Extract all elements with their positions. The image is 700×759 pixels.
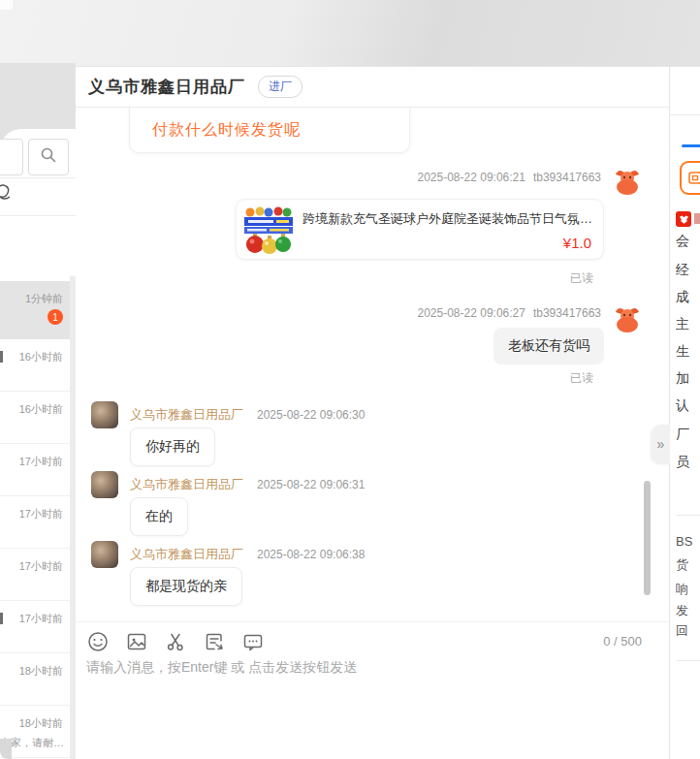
seller-name: 义乌市雅鑫日用品厂 (130, 406, 243, 424)
message-time: 2025-08-22 09:06:27 (417, 306, 525, 320)
product-title: 跨境新款充气圣诞球户外庭院圣诞装饰品节日气氛挂件... (302, 210, 593, 228)
partial-message-text: 付款什么时候发货呢 (152, 120, 301, 141)
chat-panel: 义乌市雅鑫日用品厂 进厂 付款什么时候发货呢 2025-08-22 09:06:… (76, 66, 669, 759)
info-line: 员 (676, 454, 700, 471)
seller-name: 义乌市雅鑫日用品厂 (130, 476, 243, 493)
stat-line: 货 (676, 556, 700, 574)
message-user-id: tb393417663 (533, 171, 601, 184)
chat-list-item[interactable]: 17小时前 (0, 444, 70, 496)
screen: 1分钟前 1 16小时前 16小时前 17小时前 17小时前 17小时前 17小… (0, 0, 700, 759)
message-bubble[interactable]: 你好再的 (130, 427, 215, 466)
message-meta: 2025-08-22 09:06:27tb393417663 (417, 306, 601, 320)
chat-header: 义乌市雅鑫日用品厂 进厂 (76, 67, 669, 108)
info-line: 会 (676, 233, 700, 250)
partial-message-card[interactable]: 付款什么时候发货呢 (129, 108, 410, 153)
product-thumbnail (244, 206, 293, 254)
info-line: 厂 (676, 427, 700, 444)
message-time: 2025-08-22 09:06:21 (417, 171, 525, 184)
stat-line: 发 (676, 602, 700, 619)
search-icon (40, 146, 57, 168)
chat-list-item[interactable]: 1分钟前 1 (0, 281, 70, 339)
message-input[interactable] (86, 655, 649, 679)
chat-item-time: 18小时前 (19, 716, 63, 731)
supplier-logo-icon (676, 211, 691, 227)
message-meta: 义乌市雅鑫日用品厂 2025-08-22 09:06:30 (130, 406, 365, 424)
chat-scrollbar[interactable] (644, 481, 651, 595)
info-line: 经 (676, 262, 700, 279)
chat-list-item[interactable]: 17小时前 (0, 601, 70, 653)
message-time: 2025-08-22 09:06:30 (257, 408, 365, 422)
chat-item-time: 17小时前 (19, 507, 63, 522)
message-meta: 2025-08-22 09:06:21tb393417663 (417, 171, 601, 184)
seller-name: 义乌市雅鑫日用品厂 (130, 546, 243, 563)
background-window-fragment (0, 0, 13, 10)
emoji-icon[interactable] (86, 630, 109, 652)
chat-item-time: 1分钟前 (25, 292, 63, 306)
desktop-background (0, 0, 700, 66)
message-time: 2025-08-22 09:06:38 (257, 548, 365, 561)
message-bubble[interactable]: 都是现货的亲 (130, 567, 242, 606)
seller-avatar[interactable] (91, 541, 118, 568)
read-receipt: 已读 (570, 370, 593, 387)
search-input[interactable] (0, 139, 23, 175)
chat-item-time: 16小时前 (19, 350, 63, 364)
message-bubble[interactable]: 老板还有货吗 (493, 328, 604, 364)
quick-phrase-icon[interactable] (203, 630, 225, 652)
stat-line: 回 (676, 622, 700, 640)
seller-avatar[interactable] (91, 401, 118, 428)
message-user-id: tb393417663 (533, 306, 601, 320)
message-bubble[interactable]: 在的 (130, 497, 188, 536)
chat-list-item[interactable]: 16小时前 (0, 339, 70, 392)
composer-toolbar (86, 630, 264, 652)
message-time: 2025-08-22 09:06:31 (257, 478, 365, 491)
stat-line: 响 (676, 581, 700, 598)
search-button[interactable] (28, 139, 69, 175)
clipped-text-fragment (694, 213, 700, 224)
clipped-text-fragment (0, 351, 3, 363)
product-price: ¥1.0 (563, 235, 591, 251)
chat-list-item[interactable]: 17小时前 (0, 549, 70, 601)
right-panel-header (670, 67, 700, 115)
clipped-text-fragment (0, 613, 3, 624)
factory-badge[interactable]: 进厂 (258, 76, 302, 98)
read-receipt: 已读 (570, 270, 593, 287)
chat-item-time: 17小时前 (19, 612, 63, 626)
product-card[interactable]: 跨境新款充气圣诞球户外庭院圣诞装饰品节日气氛挂件... ¥1.0 (236, 199, 604, 260)
composer: 0 / 500 (76, 621, 669, 759)
info-line: 认 (676, 397, 700, 415)
conversation-sidebar: 1分钟前 1 16小时前 16小时前 17小时前 17小时前 17小时前 17小… (0, 63, 76, 759)
image-upload-icon[interactable] (125, 630, 147, 652)
message-area[interactable]: 付款什么时候发货呢 2025-08-22 09:06:21tb393417663 (76, 108, 669, 621)
char-counter: 0 / 500 (603, 634, 642, 648)
unread-badge: 1 (48, 309, 63, 325)
info-line: 生 (676, 343, 700, 361)
sidebar-divider (0, 215, 76, 216)
customer-info-panel: 会 经 成 主 生 加 认 厂 员 BS 货 响 发 回 (669, 66, 700, 759)
info-line: 主 (676, 316, 700, 333)
buyer-avatar[interactable] (613, 303, 642, 332)
orange-action-button[interactable] (680, 161, 700, 195)
panel-divider (676, 515, 700, 516)
screenshot-scissors-icon[interactable] (164, 630, 186, 652)
chat-item-time: 18小时前 (19, 664, 63, 679)
chat-list-item[interactable]: 16小时前 (0, 392, 70, 444)
seller-avatar[interactable] (91, 471, 118, 498)
info-line: 成 (676, 289, 700, 306)
chat-title: 义乌市雅鑫日用品厂 (88, 76, 245, 98)
collapse-panel-button[interactable]: » (652, 425, 670, 463)
chat-list: 1分钟前 1 16小时前 16小时前 17小时前 17小时前 17小时前 17小… (0, 218, 70, 759)
stat-line: BS (676, 534, 700, 549)
panel-divider (676, 660, 700, 661)
chat-item-time: 16小时前 (19, 402, 63, 417)
info-line: 加 (676, 370, 700, 388)
chat-list-item[interactable]: 17小时前 (0, 496, 70, 549)
chat-item-time: 17小时前 (19, 455, 63, 469)
buyer-avatar[interactable] (613, 166, 642, 195)
chat-list-item[interactable]: 18小时前 (0, 653, 70, 706)
sidebar-divider (0, 177, 76, 178)
quick-reply-icon[interactable] (241, 630, 264, 652)
active-tab-indicator (682, 144, 700, 147)
chat-item-time: 17小时前 (19, 559, 63, 574)
message-meta: 义乌市雅鑫日用品厂 2025-08-22 09:06:38 (130, 546, 365, 563)
clipped-tab-icon[interactable] (0, 179, 16, 210)
